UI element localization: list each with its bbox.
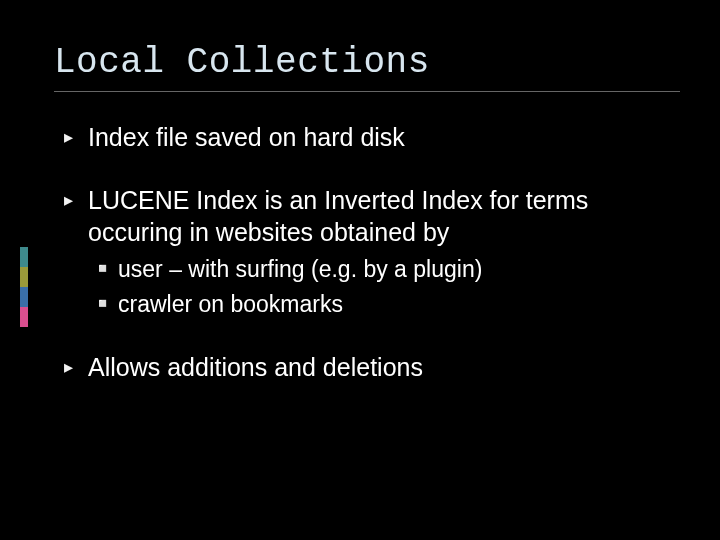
sub-bullet-text: crawler on bookmarks <box>118 291 343 317</box>
bullet-item: Allows additions and deletions <box>54 352 680 383</box>
accent-segment <box>20 307 28 327</box>
accent-bar <box>20 247 28 327</box>
bullet-text: Allows additions and deletions <box>88 353 423 381</box>
accent-segment <box>20 267 28 287</box>
accent-segment <box>20 247 28 267</box>
sub-bullet-item: crawler on bookmarks <box>88 289 680 320</box>
bullet-text: Index file saved on hard disk <box>88 123 405 151</box>
sub-bullet-list: user – with surfing (e.g. by a plugin) c… <box>88 254 680 320</box>
bullet-list: Index file saved on hard disk LUCENE Ind… <box>54 122 680 383</box>
slide: Local Collections Index file saved on ha… <box>0 0 720 540</box>
sub-bullet-item: user – with surfing (e.g. by a plugin) <box>88 254 680 285</box>
bullet-item: Index file saved on hard disk <box>54 122 680 153</box>
sub-bullet-text: user – with surfing (e.g. by a plugin) <box>118 256 482 282</box>
slide-title: Local Collections <box>54 42 680 83</box>
bullet-item: LUCENE Index is an Inverted Index for te… <box>54 185 680 320</box>
accent-segment <box>20 287 28 307</box>
bullet-text: LUCENE Index is an Inverted Index for te… <box>88 186 588 245</box>
title-container: Local Collections <box>0 42 720 92</box>
slide-content: Index file saved on hard disk LUCENE Ind… <box>0 92 720 383</box>
title-underline: Local Collections <box>54 42 680 92</box>
